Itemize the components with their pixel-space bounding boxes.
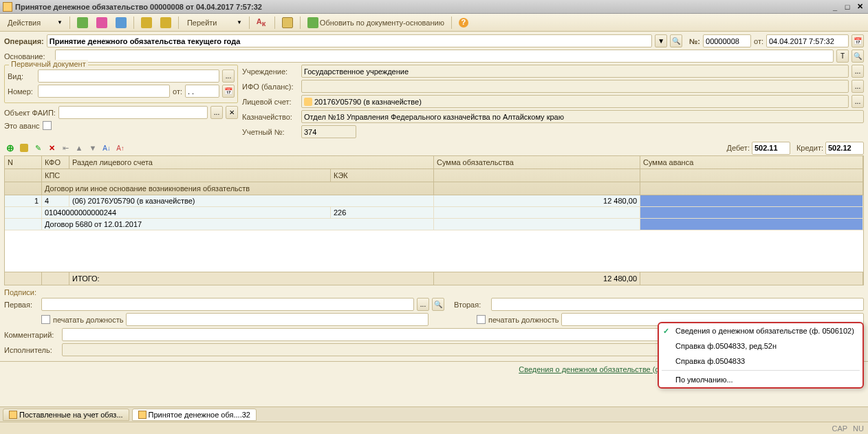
tb-icon-5[interactable] [157,16,175,30]
actions-menu[interactable]: Действия▼ [3,16,66,30]
object-faip-field[interactable] [58,106,208,119]
avans-cell[interactable] [640,195,863,206]
eto-avans-checkbox[interactable] [43,121,52,130]
minimize-button[interactable]: _ [829,2,840,12]
maximize-button[interactable]: □ [842,2,853,12]
move-down-button[interactable]: ▼ [87,142,99,154]
up-icon: ▲ [76,144,83,152]
operation-label: Операция: [4,37,44,45]
primary-doc-group: Первичный документ Вид: ... Номер: от: .… [4,65,238,103]
first-sign-label: Первая: [4,301,39,309]
goto-menu[interactable]: Перейти▼ [182,16,246,30]
second-sign-field[interactable] [491,298,864,311]
table-row[interactable]: Договор 5680 от 12.01.2017 [5,219,863,230]
popup-item-default[interactable]: По умолчанию... [659,372,862,387]
th-summa[interactable]: Сумма обязательства [434,156,640,169]
position-1-field[interactable] [126,313,428,326]
operation-search[interactable]: 🔍 [670,34,682,47]
kredit-field[interactable]: 502.12 [825,142,864,155]
object-faip-select[interactable]: ... [210,106,223,119]
object-faip-clear[interactable]: ✕ [226,106,238,119]
nomer-label: Номер: [8,87,35,96]
object-faip-label: Объект ФАИП: [4,109,56,117]
th-n[interactable]: N [5,156,42,169]
signs-title: Подписи: [4,288,864,296]
statusbar: CAP NU [0,422,868,434]
tb-icon-6[interactable]: Aк [253,16,271,30]
close-button[interactable]: ✕ [854,2,865,12]
table-toolbar: ⊕ ✎ ✕ ⇤ ▲ ▼ A↓ A↑ Дебет: 502.11 Кредит: … [4,140,864,155]
nomer-field[interactable] [38,85,170,98]
debet-field[interactable]: 502.11 [752,142,790,155]
operation-dd[interactable]: ▼ [655,34,667,47]
second-sign-label: Вторая: [454,301,488,309]
tab-registered[interactable]: Поставленные на учет обяз... [3,409,129,421]
copy-icon [20,144,28,152]
uchn-label: Учетный №: [242,128,299,136]
ifo-field[interactable] [301,80,849,93]
num-field[interactable]: 00000008 [703,34,751,47]
swap-icon [96,17,107,28]
kredit-label: Кредит: [796,144,823,152]
lic-field[interactable]: 20176У05790 (в казначействе) [301,95,849,108]
plus-icon: ⊕ [6,142,14,153]
date-field[interactable]: 04.04.2017 7:57:32 [766,34,849,47]
first-sign-select[interactable]: ... [417,298,429,311]
edit-row-button[interactable]: ✎ [32,142,44,154]
date-calendar[interactable]: 📅 [851,34,864,47]
first-sign-field[interactable] [41,298,414,311]
uchr-field[interactable]: Государственное учреждение [301,65,849,78]
th-dogovor[interactable]: Договор или иное основание возникновения… [42,182,434,195]
copy-row-button[interactable] [18,142,30,154]
lic-select[interactable]: ... [851,95,864,108]
popup-item-2[interactable]: Справка ф.0504833, ред.52н [659,338,862,354]
copy-icon [160,17,171,28]
basis-t-button[interactable]: T [836,50,849,63]
tb-icon-3[interactable] [112,16,130,30]
add-row-button[interactable]: ⊕ [4,142,17,154]
tb-icon-1[interactable] [74,16,91,30]
kazn-label: Казначейство: [242,113,299,121]
table-row[interactable]: 01040000000000244 226 [5,207,863,219]
table-row[interactable]: 1 4 (06) 20176У05790 (в казначействе) 12… [5,195,863,207]
comment-label: Комментарий: [4,331,59,339]
sort-icon: Aк [257,17,268,28]
help-button[interactable]: ? [455,16,472,30]
sort-desc-icon: A↑ [116,144,124,152]
tb-icon-4[interactable] [138,16,155,30]
th-kfo[interactable]: КФО [42,156,69,169]
print-pos-2-checkbox[interactable] [477,315,486,324]
print-pos-2-label: печатать должность [488,316,558,324]
num-label: №: [689,37,700,45]
tb-icon-7[interactable] [279,16,296,30]
th-razdel[interactable]: Раздел лицевого счета [69,156,434,169]
sort-desc-button[interactable]: A↑ [114,142,127,154]
move-up-button[interactable]: ▲ [73,142,85,154]
th-kps[interactable]: КПС [42,169,331,182]
tab-current[interactable]: Принятое денежное обя....32 [132,409,257,421]
refresh-by-basis-button[interactable]: Обновить по документу-основанию [304,16,448,30]
move-first-button[interactable]: ⇤ [59,142,72,154]
ot-date-field[interactable]: . . [185,85,219,98]
basis-field[interactable] [55,50,834,63]
tb-icon-2[interactable] [93,16,111,30]
uchr-select[interactable]: ... [851,65,864,78]
operation-select[interactable]: Принятие денежного обязательства текущег… [47,34,652,47]
kazn-field: Отдел №18 Управления Федерального казнач… [301,110,864,123]
basis-label: Основание: [4,52,52,61]
ot-calendar[interactable]: 📅 [222,85,235,98]
basis-search[interactable]: 🔍 [851,50,864,63]
th-avans[interactable]: Сумма аванса [640,156,863,169]
sort-asc-button[interactable]: A↓ [100,142,113,154]
table-footer: ИТОГО: 12 480,00 [5,272,863,285]
vid-field[interactable] [38,69,219,83]
popup-item-3[interactable]: Справка ф.0504833 [659,354,862,369]
delete-row-button[interactable]: ✕ [45,142,58,154]
debet-label: Дебет: [726,144,749,152]
first-sign-search[interactable]: 🔍 [432,298,444,311]
print-pos-1-checkbox[interactable] [41,315,50,324]
ifo-select[interactable]: ... [851,80,864,93]
th-kek[interactable]: КЭК [331,169,434,182]
popup-item-1[interactable]: Сведения о денежном обязательстве (ф. 05… [659,323,862,338]
vid-select[interactable]: ... [222,69,235,83]
